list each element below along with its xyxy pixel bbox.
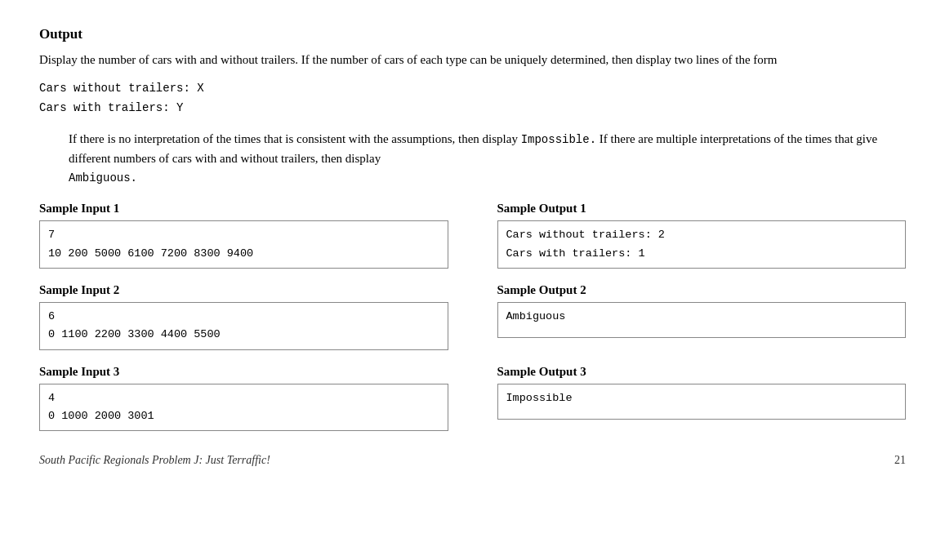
sample-input-label-3: Sample Input 3 (39, 365, 448, 379)
samples-container: Sample Input 1 7 10 200 5000 6100 7200 8… (39, 202, 906, 431)
sample-output-label-2: Sample Output 2 (497, 283, 907, 297)
indent-paragraph: If there is no interpretation of the tim… (69, 130, 906, 188)
section-title: Output (39, 26, 906, 42)
sample-input-1-line-2: 10 200 5000 6100 7200 8300 9400 (48, 245, 439, 263)
sample-input-label-1: Sample Input 1 (39, 202, 448, 216)
code-line-1: Cars without trailers: X (39, 79, 906, 99)
sample-output-col-1: Sample Output 1 Cars without trailers: 2… (497, 202, 907, 269)
sample-output-box-1: Cars without trailers: 2 Cars with trail… (497, 220, 907, 269)
sample-output-col-2: Sample Output 2 Ambiguous (497, 283, 907, 338)
intro-paragraph: Display the number of cars with and with… (39, 51, 906, 69)
sample-input-2-line-2: 0 1100 2200 3300 4400 5500 (48, 326, 439, 344)
output-section: Output Display the number of cars with a… (39, 26, 906, 467)
sample-output-1-line-2: Cars with trailers: 1 (506, 245, 898, 263)
sample-input-label-2: Sample Input 2 (39, 283, 448, 297)
sample-row-2: Sample Input 2 6 0 1100 2200 3300 4400 5… (39, 283, 906, 350)
sample-output-col-3: Sample Output 3 Impossible (497, 365, 907, 420)
sample-output-label-3: Sample Output 3 (497, 365, 907, 379)
impossible-inline-code: Impossible. (521, 133, 596, 146)
footer-page: 21 (894, 454, 906, 467)
sample-output-box-3: Impossible (497, 384, 907, 420)
sample-row-3: Sample Input 3 4 0 1000 2000 3001 Sample… (39, 365, 906, 432)
code-block: Cars without trailers: X Cars with trail… (39, 79, 906, 118)
sample-input-col-1: Sample Input 1 7 10 200 5000 6100 7200 8… (39, 202, 448, 269)
sample-input-2-line-1: 6 (48, 308, 439, 326)
indent-text-before: If there is no interpretation of the tim… (69, 132, 518, 145)
sample-input-3-line-2: 0 1000 2000 3001 (48, 407, 439, 425)
footer: South Pacific Regionals Problem J: Just … (39, 454, 906, 467)
sample-input-col-2: Sample Input 2 6 0 1100 2200 3300 4400 5… (39, 283, 448, 350)
sample-row-1: Sample Input 1 7 10 200 5000 6100 7200 8… (39, 202, 906, 269)
sample-output-box-2: Ambiguous (497, 302, 907, 338)
sample-input-box-2: 6 0 1100 2200 3300 4400 5500 (39, 302, 448, 350)
sample-input-box-3: 4 0 1000 2000 3001 (39, 384, 448, 432)
footer-text: South Pacific Regionals Problem J: Just … (39, 454, 270, 467)
sample-input-3-line-1: 4 (48, 389, 439, 407)
sample-output-1-line-1: Cars without trailers: 2 (506, 226, 898, 244)
sample-input-box-1: 7 10 200 5000 6100 7200 8300 9400 (39, 220, 448, 269)
sample-output-3-line-1: Impossible (506, 389, 898, 407)
sample-input-col-3: Sample Input 3 4 0 1000 2000 3001 (39, 365, 448, 432)
sample-output-2-line-1: Ambiguous (506, 308, 898, 326)
sample-input-1-line-1: 7 (48, 226, 439, 244)
sample-output-label-1: Sample Output 1 (497, 202, 907, 216)
ambiguous-inline-code: Ambiguous. (69, 171, 137, 184)
code-line-2: Cars with trailers: Y (39, 99, 906, 118)
